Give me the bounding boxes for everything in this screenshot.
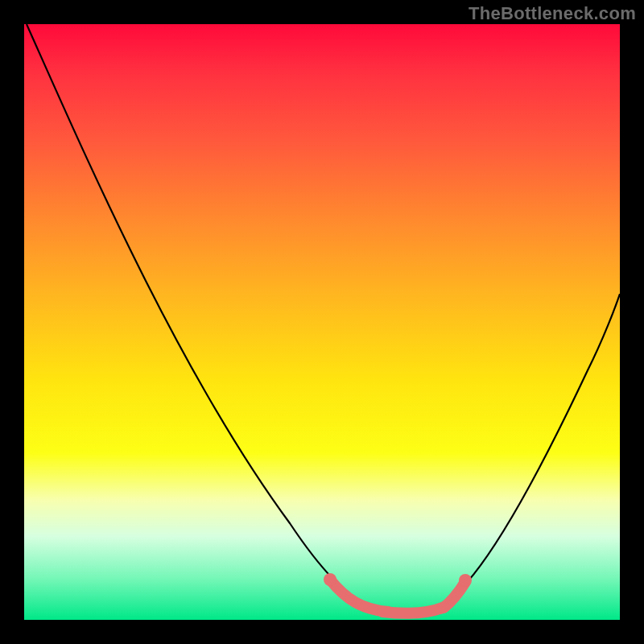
sweet-spot-dots bbox=[324, 573, 472, 587]
watermark-label: TheBottleneck.com bbox=[469, 3, 636, 24]
chart-frame: TheBottleneck.com bbox=[0, 0, 644, 644]
svg-point-1 bbox=[459, 574, 472, 587]
sweet-spot-highlight bbox=[330, 580, 465, 613]
bottleneck-curve-line bbox=[27, 24, 620, 613]
svg-point-0 bbox=[324, 573, 336, 586]
plot-area bbox=[24, 24, 620, 620]
plot-svg bbox=[24, 24, 620, 620]
